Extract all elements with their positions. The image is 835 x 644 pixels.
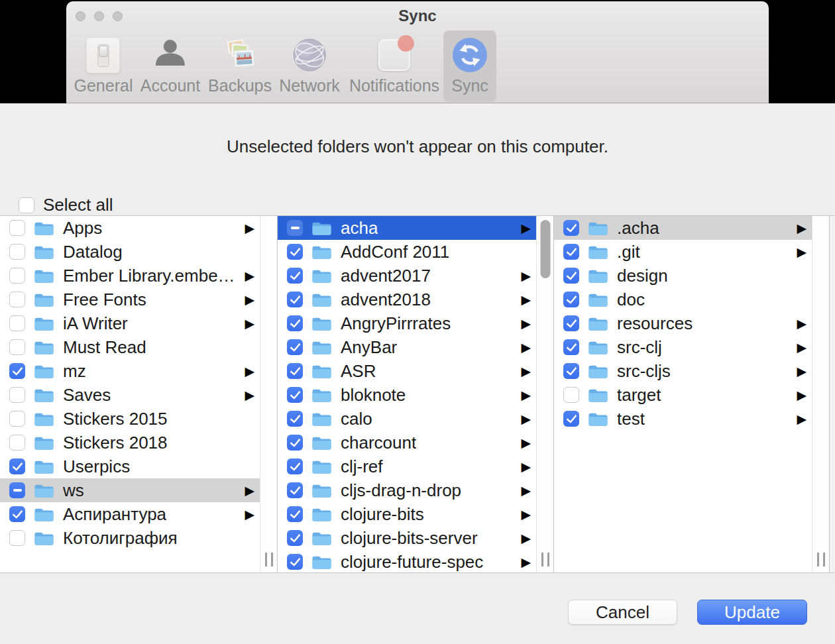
expand-arrow-icon[interactable]: ▶ [521,317,531,330]
folder-row[interactable]: Free Fonts▶ [0,288,260,311]
folder-checkbox[interactable] [287,435,303,451]
folder-row[interactable]: Ember Library.embe…▶ [0,264,260,288]
cancel-button[interactable]: Cancel [568,600,677,625]
expand-arrow-icon[interactable]: ▶ [797,317,807,330]
expand-arrow-icon[interactable]: ▶ [521,532,531,545]
folder-row[interactable]: AngryPirrrates▶ [278,311,536,335]
expand-arrow-icon[interactable]: ▶ [521,484,531,497]
expand-arrow-icon[interactable]: ▶ [797,341,807,354]
folder-row[interactable]: Userpics [0,455,260,478]
expand-arrow-icon[interactable]: ▶ [797,222,807,235]
folder-row[interactable]: .acha▶ [554,216,812,240]
expand-arrow-icon[interactable]: ▶ [245,508,254,521]
folder-row[interactable]: advent2018▶ [278,288,536,311]
folder-row[interactable]: calo▶ [278,407,536,431]
folder-row[interactable]: Stickers 2015 [0,407,260,431]
folder-row[interactable]: clojure-bits▶ [278,502,536,526]
folder-row[interactable]: Котолиграфия [0,526,260,550]
folder-checkbox[interactable] [9,363,25,379]
folder-checkbox[interactable] [287,363,303,379]
expand-arrow-icon[interactable]: ▶ [521,413,531,425]
expand-arrow-icon[interactable]: ▶ [245,222,254,235]
folder-checkbox[interactable] [563,268,579,284]
folder-checkbox[interactable] [287,220,303,236]
folder-row[interactable]: Аспирантура▶ [0,502,260,526]
folder-checkbox[interactable] [287,506,303,522]
folder-row[interactable]: clojure-future-spec▶ [278,550,536,572]
folder-row[interactable]: bloknote▶ [278,383,536,407]
folder-row[interactable]: src-cljs▶ [554,359,812,383]
folder-checkbox[interactable] [563,411,579,427]
folder-row[interactable]: mz▶ [0,359,260,383]
folder-row[interactable]: Saves▶ [0,383,260,407]
expand-arrow-icon[interactable]: ▶ [797,365,807,378]
folder-row[interactable]: clj-ref▶ [278,455,536,478]
expand-arrow-icon[interactable]: ▶ [245,317,254,330]
toolbar-tab-account[interactable]: Account [133,30,208,102]
expand-arrow-icon[interactable]: ▶ [797,413,807,425]
toolbar-tab-sync[interactable]: Sync [443,30,496,102]
folder-checkbox[interactable] [9,435,25,451]
folder-checkbox[interactable] [9,244,25,260]
folder-row[interactable]: AddConf 2011 [278,240,536,264]
folder-row[interactable]: iA Writer▶ [0,311,260,335]
folder-row[interactable]: Apps▶ [0,216,260,240]
expand-arrow-icon[interactable]: ▶ [245,294,254,306]
toolbar-tab-network[interactable]: Network [271,30,348,102]
column-resize-grip-icon[interactable] [541,553,549,566]
folder-row[interactable]: doc [554,288,812,311]
folder-row[interactable]: advent2017▶ [278,264,536,288]
toolbar-tab-backups[interactable]: Backups [200,30,280,102]
expand-arrow-icon[interactable]: ▶ [521,270,531,282]
folder-checkbox[interactable] [287,268,303,284]
expand-arrow-icon[interactable]: ▶ [521,294,531,306]
scrollbar-thumb[interactable] [540,220,550,278]
select-all-checkbox[interactable] [19,197,34,213]
folder-checkbox[interactable] [563,387,579,403]
folder-row[interactable]: acha▶ [278,216,536,240]
folder-checkbox[interactable] [9,315,25,331]
folder-row[interactable]: AnyBar▶ [278,335,536,359]
expand-arrow-icon[interactable]: ▶ [245,270,254,282]
folder-row[interactable]: Stickers 2018 [0,431,260,455]
folder-checkbox[interactable] [563,363,579,379]
folder-checkbox[interactable] [287,292,303,307]
expand-arrow-icon[interactable]: ▶ [521,222,531,235]
folder-checkbox[interactable] [9,220,25,236]
folder-checkbox[interactable] [563,292,579,307]
expand-arrow-icon[interactable]: ▶ [521,556,531,568]
folder-row[interactable]: target▶ [554,383,812,407]
folder-checkbox[interactable] [287,244,303,260]
folder-row[interactable]: src-clj▶ [554,335,812,359]
folder-checkbox[interactable] [287,530,303,546]
column-resize-grip-icon[interactable] [817,553,825,566]
expand-arrow-icon[interactable]: ▶ [245,365,254,378]
folder-checkbox[interactable] [9,506,25,522]
toolbar-tab-notifications[interactable]: Notifications [341,30,447,102]
folder-checkbox[interactable] [563,339,579,355]
folder-row[interactable]: clojure-bits-server▶ [278,526,536,550]
folder-row[interactable]: cljs-drag-n-drop▶ [278,478,536,502]
expand-arrow-icon[interactable]: ▶ [521,437,531,449]
expand-arrow-icon[interactable]: ▶ [521,341,531,354]
folder-checkbox[interactable] [287,387,303,403]
folder-checkbox[interactable] [563,220,579,236]
update-button[interactable]: Update [697,600,807,625]
folder-row[interactable]: charcount▶ [278,431,536,455]
column-resize-grip-icon[interactable] [265,553,273,566]
folder-checkbox[interactable] [287,458,303,474]
folder-checkbox[interactable] [9,458,25,474]
folder-checkbox[interactable] [9,411,25,427]
folder-checkbox[interactable] [563,244,579,260]
folder-row[interactable]: test▶ [554,407,812,431]
folder-row[interactable]: Datalog [0,240,260,264]
expand-arrow-icon[interactable]: ▶ [521,508,531,521]
expand-arrow-icon[interactable]: ▶ [797,389,807,402]
expand-arrow-icon[interactable]: ▶ [245,484,254,497]
folder-checkbox[interactable] [9,268,25,284]
folder-row[interactable]: ASR▶ [278,359,536,383]
folder-checkbox[interactable] [9,387,25,403]
folder-checkbox[interactable] [287,315,303,331]
folder-checkbox[interactable] [563,315,579,331]
expand-arrow-icon[interactable]: ▶ [521,365,531,378]
